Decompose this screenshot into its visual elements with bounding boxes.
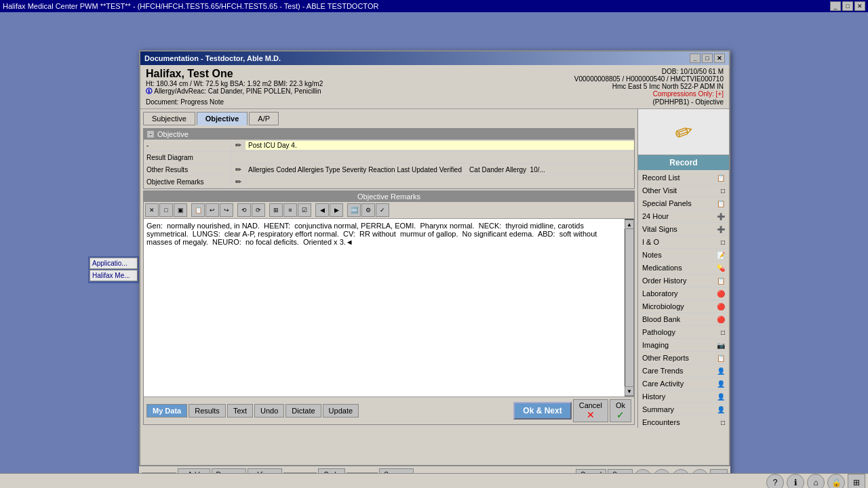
collapse-btn[interactable]: - bbox=[146, 130, 155, 138]
menu-notes[interactable]: Notes 📝 bbox=[638, 249, 729, 262]
patient-id: V00000008805 / H000000540 / HMCTVIE00071… bbox=[574, 75, 724, 83]
menu-i-and-o[interactable]: I & O □ bbox=[638, 236, 729, 249]
menu-24-hour[interactable]: 24 Hour ➕ bbox=[638, 210, 729, 223]
my-data-btn[interactable]: My Data bbox=[146, 404, 187, 418]
row-edit-3[interactable]: ✏ bbox=[232, 165, 245, 174]
toolbar-open[interactable]: ↩ bbox=[205, 203, 219, 217]
menu-care-activity[interactable]: Care Activity 👤 bbox=[638, 378, 729, 390]
close-btn[interactable]: ✕ bbox=[854, 1, 865, 11]
toolbar-list[interactable]: ≡ bbox=[283, 203, 297, 217]
toolbar-cut[interactable]: ✕ bbox=[145, 203, 159, 217]
doc-label: Document: Progress Note bbox=[146, 98, 224, 106]
ok-btn[interactable]: Ok ✓ bbox=[610, 399, 631, 422]
tab-subjective[interactable]: Subjective bbox=[143, 112, 195, 125]
menu-encounters[interactable]: Encounters □ bbox=[638, 416, 729, 428]
tab-ap[interactable]: A/P bbox=[249, 112, 279, 125]
menu-summary[interactable]: Summary 👤 bbox=[638, 403, 729, 416]
encounters-icon: □ bbox=[721, 419, 725, 426]
undo-btn[interactable]: Undo bbox=[254, 404, 284, 418]
menu-other-reports[interactable]: Other Reports 📋 bbox=[638, 352, 729, 365]
pencil-icon: ✏ bbox=[671, 117, 696, 147]
toolbar-prev[interactable]: ◀ bbox=[315, 203, 329, 217]
patient-ht-wt: Ht: 180.34 cm / Wt: 72.5 kg BSA: 1.92 m2… bbox=[146, 80, 323, 87]
toolbar-new[interactable]: 📋 bbox=[191, 203, 205, 217]
toolbar-table[interactable]: ⊞ bbox=[269, 203, 283, 217]
scroll-up-btn[interactable]: ▲ bbox=[625, 220, 634, 229]
toolbar-paste[interactable]: ▣ bbox=[174, 203, 187, 217]
menu-blood-bank[interactable]: Blood Bank 🔴 bbox=[638, 313, 729, 326]
text-btn[interactable]: Text bbox=[227, 404, 253, 418]
results-btn[interactable]: Results bbox=[189, 404, 226, 418]
pencil-area: ✏ bbox=[638, 109, 729, 155]
outer-home-btn[interactable]: ⌂ bbox=[807, 474, 825, 489]
menu-medications[interactable]: Medications 💊 bbox=[638, 262, 729, 274]
row-edit-4[interactable]: ✏ bbox=[232, 178, 245, 186]
other-visit-icon: □ bbox=[721, 187, 725, 195]
modal-titlebar: Documentation - Testdoctor, Able M.D. _ … bbox=[140, 52, 729, 65]
update-btn[interactable]: Update bbox=[323, 404, 359, 418]
menu-record-list[interactable]: Record List 📋 bbox=[638, 171, 729, 184]
modal-minimize-btn[interactable]: _ bbox=[690, 54, 701, 63]
history-icon: 👤 bbox=[717, 393, 725, 401]
scroll-down-btn[interactable]: ▼ bbox=[625, 386, 634, 396]
toolbar-confirm[interactable]: ✓ bbox=[376, 203, 389, 217]
pathology-label: Pathology bbox=[642, 328, 675, 336]
ok-next-btn[interactable]: Ok & Next bbox=[513, 402, 571, 420]
menu-special-panels[interactable]: Special Panels 📋 bbox=[638, 197, 729, 210]
row-label-4: Objective Remarks bbox=[144, 178, 232, 186]
outer-help-btn[interactable]: ? bbox=[766, 474, 784, 489]
vital-signs-label: Vital Signs bbox=[642, 225, 677, 233]
laboratory-label: Laboratory bbox=[642, 289, 678, 298]
24-hour-icon: ➕ bbox=[717, 213, 725, 220]
vital-signs-icon: ➕ bbox=[717, 226, 725, 233]
modal-restore-btn[interactable]: □ bbox=[702, 54, 713, 63]
patient-dob: DOB: 10/10/50 61 M bbox=[574, 68, 724, 75]
i-and-o-icon: □ bbox=[721, 239, 725, 246]
content-area: Subjective Objective A/P - Objective - ✏… bbox=[140, 109, 729, 428]
menu-vital-signs[interactable]: Vital Signs ➕ bbox=[638, 223, 729, 236]
menu-history[interactable]: History 👤 bbox=[638, 390, 729, 403]
maximize-btn[interactable]: □ bbox=[842, 1, 853, 11]
row-edit-1[interactable]: ✏ bbox=[232, 141, 245, 150]
menu-microbiology[interactable]: Microbiology 🔴 bbox=[638, 300, 729, 313]
toolbar-save[interactable]: ↪ bbox=[220, 203, 233, 217]
tab-objective[interactable]: Objective bbox=[197, 112, 248, 125]
toolbar-redo[interactable]: ⟳ bbox=[252, 203, 265, 217]
sidebar-item-halifax[interactable]: Halifax Me... bbox=[90, 270, 138, 281]
remarks-editor: Objective Remarks ✕ □ ▣ 📋 ↩ ↪ ⟲ ⟳ bbox=[143, 190, 635, 425]
minimize-btn[interactable]: _ bbox=[830, 1, 841, 11]
menu-imaging[interactable]: Imaging 📷 bbox=[638, 339, 729, 352]
allergy-label: Allergy/AdvReac: bbox=[154, 87, 208, 95]
row-label-2: Result Diagram bbox=[144, 153, 232, 162]
modal-controls[interactable]: _ □ ✕ bbox=[690, 54, 725, 63]
toolbar-copy[interactable]: □ bbox=[159, 203, 173, 217]
outer-extra-btn[interactable]: ⊞ bbox=[848, 474, 865, 489]
toolbar-settings[interactable]: ⚙ bbox=[361, 203, 375, 217]
dictate-btn[interactable]: Dictate bbox=[285, 404, 321, 418]
menu-order-history[interactable]: Order History 📋 bbox=[638, 274, 729, 287]
toolbar-undo[interactable]: ⟲ bbox=[237, 203, 251, 217]
allergy-value: Cat Dander, PINE POLLEN, Penicillin bbox=[208, 87, 321, 95]
imaging-icon: 📷 bbox=[717, 342, 725, 349]
menu-laboratory[interactable]: Laboratory 🔴 bbox=[638, 287, 729, 300]
outer-lock-btn[interactable]: 🔒 bbox=[827, 474, 845, 489]
outer-info-btn[interactable]: ℹ bbox=[787, 474, 804, 489]
toolbar-check[interactable]: ☑ bbox=[298, 203, 311, 217]
outer-window-controls[interactable]: _ □ ✕ bbox=[830, 1, 865, 11]
cancel-btn[interactable]: Cancel ✕ bbox=[573, 399, 608, 422]
other-reports-label: Other Reports bbox=[642, 354, 689, 362]
row-label-3: Other Results bbox=[144, 165, 232, 174]
record-list-label: Record List bbox=[642, 174, 680, 182]
menu-other-visit[interactable]: Other Visit □ bbox=[638, 184, 729, 197]
toolbar-next[interactable]: ▶ bbox=[330, 203, 343, 217]
toolbar-spell[interactable]: 🔤 bbox=[347, 203, 361, 217]
remarks-textarea[interactable]: Gen: normally nourished, in NAD. HEENT: … bbox=[144, 219, 625, 396]
inner-bottom-bar: My Data Results Text Undo Dictate Update… bbox=[144, 396, 634, 424]
outer-bottom-bar: ? ℹ ⌂ 🔒 ⊞ bbox=[0, 473, 868, 488]
compression-text[interactable]: Compressions Only: [+] bbox=[574, 90, 724, 98]
menu-pathology[interactable]: Pathology □ bbox=[638, 326, 729, 339]
menu-care-trends[interactable]: Care Trends 👤 bbox=[638, 365, 729, 378]
modal-close-btn[interactable]: ✕ bbox=[714, 54, 725, 63]
sidebar-item-applications[interactable]: Applicatio... bbox=[90, 258, 138, 269]
textarea-scrollbar[interactable]: ▲ ▼ bbox=[625, 219, 634, 396]
